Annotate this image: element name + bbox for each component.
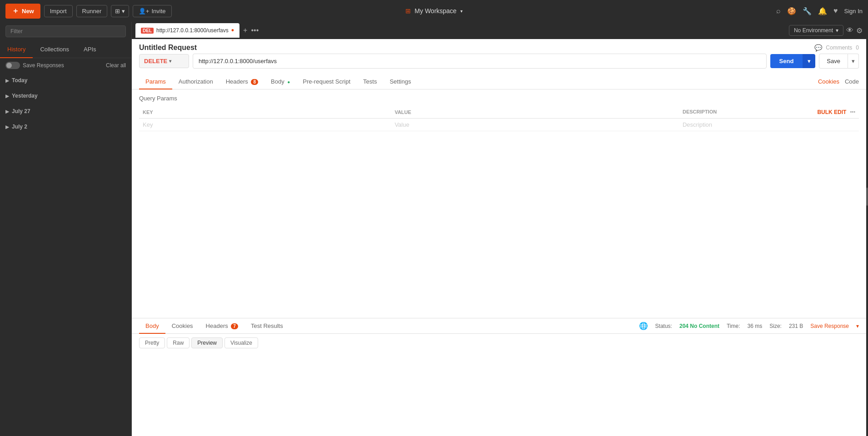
workspace-name: My Workspace bbox=[414, 7, 456, 15]
value-input[interactable] bbox=[394, 121, 675, 128]
sidebar-controls: Save Responses Clear all bbox=[0, 58, 131, 73]
req-tab-authorization[interactable]: Authorization bbox=[172, 74, 219, 89]
history-july27: ▶ July 27 bbox=[0, 104, 131, 119]
environment-dropdown[interactable]: No Environment ▾ bbox=[789, 25, 843, 36]
response-area: Body Cookies Headers 7 Test Results 🌐 St… bbox=[132, 318, 866, 436]
wrench-icon[interactable]: 🔧 bbox=[803, 7, 812, 15]
cookie-icon[interactable]: 🍪 bbox=[787, 7, 796, 15]
env-caret-icon: ▾ bbox=[836, 27, 838, 34]
req-tab-body[interactable]: Body ● bbox=[264, 74, 296, 89]
comments-label[interactable]: Comments bbox=[826, 45, 852, 51]
resp-tab-test-results[interactable]: Test Results bbox=[244, 319, 289, 334]
save-caret-button[interactable]: ▾ bbox=[848, 54, 859, 69]
sign-in-button[interactable]: Sign In bbox=[844, 8, 863, 15]
new-label: New bbox=[22, 8, 34, 15]
invite-button[interactable]: 👤+ Invite bbox=[133, 5, 172, 17]
time-value: 36 ms bbox=[748, 323, 763, 329]
req-tab-params[interactable]: Params bbox=[139, 74, 172, 89]
resp-tab-headers[interactable]: Headers 7 bbox=[200, 319, 244, 334]
req-tab-settings[interactable]: Settings bbox=[383, 74, 417, 89]
history-july27-header[interactable]: ▶ July 27 bbox=[0, 105, 131, 117]
resp-tab-body[interactable]: Body bbox=[139, 319, 165, 334]
response-content bbox=[132, 352, 866, 436]
desc-col-header: DESCRIPTION ••• Bulk Edit bbox=[679, 106, 859, 119]
layout-button[interactable]: ⊞ ▾ bbox=[111, 5, 129, 17]
globe-icon[interactable]: 🌐 bbox=[639, 322, 648, 330]
key-col-header: KEY bbox=[139, 106, 391, 119]
history-yesterday-header[interactable]: ▶ Yesterday bbox=[0, 90, 131, 102]
sidebar-tabs: History Collections APIs bbox=[0, 41, 131, 58]
user-plus-icon: 👤+ bbox=[139, 8, 150, 15]
send-caret-button[interactable]: ▾ bbox=[803, 54, 815, 68]
send-button[interactable]: Send bbox=[770, 54, 803, 68]
param-row bbox=[139, 119, 859, 131]
query-params-title: Query Params bbox=[139, 95, 859, 102]
new-button[interactable]: ＋ New bbox=[5, 4, 40, 19]
visualize-button[interactable]: Visualize bbox=[224, 337, 258, 348]
search-slash-icon[interactable]: ⌕ bbox=[776, 7, 781, 15]
toggle-knob bbox=[6, 63, 12, 68]
comment-icon: 💬 bbox=[814, 44, 822, 51]
history-yesterday: ▶ Yesterday bbox=[0, 88, 131, 104]
description-input[interactable] bbox=[683, 121, 855, 128]
right-panel-handle bbox=[866, 22, 868, 436]
workspace-selector[interactable]: ⊞ My Workspace ▾ bbox=[405, 7, 462, 15]
raw-button[interactable]: Raw bbox=[167, 337, 190, 348]
runner-button[interactable]: Runner bbox=[76, 5, 108, 17]
caret-icon: ▶ bbox=[5, 109, 9, 114]
method-select[interactable]: DELETE ▾ bbox=[139, 54, 189, 68]
tab-method-badge: DEL bbox=[141, 28, 154, 34]
caret-icon: ▶ bbox=[5, 94, 9, 99]
save-button[interactable]: Save bbox=[819, 54, 848, 69]
content-area: DEL http://127.0.0.1:8000/userfavs • + •… bbox=[132, 22, 866, 436]
plus-icon: ＋ bbox=[12, 6, 19, 16]
import-button[interactable]: Import bbox=[44, 5, 73, 17]
req-tab-pre-request[interactable]: Pre-request Script bbox=[296, 74, 357, 89]
invite-label: Invite bbox=[151, 8, 165, 15]
req-tab-headers[interactable]: Headers 8 bbox=[219, 74, 264, 89]
code-link[interactable]: Code bbox=[845, 78, 859, 85]
save-responses-switch[interactable] bbox=[5, 62, 20, 69]
save-response-button[interactable]: Save Response bbox=[810, 323, 849, 329]
more-tabs-icon[interactable]: ••• bbox=[251, 26, 259, 35]
clear-all-button[interactable]: Clear all bbox=[106, 62, 126, 69]
search-input[interactable] bbox=[5, 25, 126, 37]
eye-icon[interactable]: 👁 bbox=[846, 26, 853, 35]
history-july2: ▶ July 2 bbox=[0, 119, 131, 134]
add-tab-icon[interactable]: + bbox=[243, 26, 247, 35]
scroll-handle[interactable] bbox=[866, 188, 868, 206]
search-bar bbox=[0, 22, 131, 41]
bell-icon[interactable]: 🔔 bbox=[818, 7, 827, 15]
preview-button[interactable]: Preview bbox=[191, 337, 223, 348]
caret-icon: ▶ bbox=[5, 124, 9, 129]
history-july2-header[interactable]: ▶ July 2 bbox=[0, 121, 131, 133]
value-col-header: VALUE bbox=[391, 106, 679, 119]
key-input[interactable] bbox=[143, 121, 387, 128]
sidebar-tab-apis[interactable]: APIs bbox=[76, 41, 103, 58]
settings-icon[interactable]: ⚙ bbox=[856, 26, 863, 35]
url-input[interactable] bbox=[193, 54, 767, 69]
top-bar: ＋ New Import Runner ⊞ ▾ ⊞ My Workspace ▾… bbox=[0, 0, 868, 22]
tab-bar: DEL http://127.0.0.1:8000/userfavs • + •… bbox=[132, 22, 866, 39]
request-area: Untitled Request 💬 Comments 0 DELETE ▾ S… bbox=[132, 39, 866, 318]
sidebar-tab-history[interactable]: History bbox=[0, 41, 33, 58]
req-tab-tests[interactable]: Tests bbox=[357, 74, 383, 89]
request-tab[interactable]: DEL http://127.0.0.1:8000/userfavs • bbox=[135, 23, 239, 38]
tab-actions: + ••• bbox=[243, 26, 259, 35]
history-today-header[interactable]: ▶ Today bbox=[0, 74, 131, 86]
cookies-link[interactable]: Cookies bbox=[818, 78, 839, 85]
bulk-edit-button[interactable]: Bulk Edit bbox=[817, 109, 846, 115]
history-today: ▶ Today bbox=[0, 73, 131, 88]
heart-icon[interactable]: ♥ bbox=[833, 7, 838, 15]
top-right-icons: ⌕ 🍪 🔧 🔔 ♥ Sign In bbox=[776, 7, 863, 15]
pretty-button[interactable]: Pretty bbox=[139, 337, 165, 348]
url-bar: DELETE ▾ Send ▾ Save ▾ bbox=[132, 54, 866, 74]
more-options-icon[interactable]: ••• bbox=[850, 109, 855, 114]
resp-tab-cookies[interactable]: Cookies bbox=[165, 319, 200, 334]
resp-headers-badge: 7 bbox=[231, 323, 238, 329]
sidebar-tab-collections[interactable]: Collections bbox=[33, 41, 76, 58]
description-header: DESCRIPTION bbox=[683, 109, 717, 114]
query-params-section: Query Params KEY VALUE DESCRIPTION ••• B… bbox=[132, 89, 866, 318]
response-tabs: Body Cookies Headers 7 Test Results 🌐 St… bbox=[132, 318, 866, 334]
save-response-caret[interactable]: ▾ bbox=[856, 323, 859, 329]
